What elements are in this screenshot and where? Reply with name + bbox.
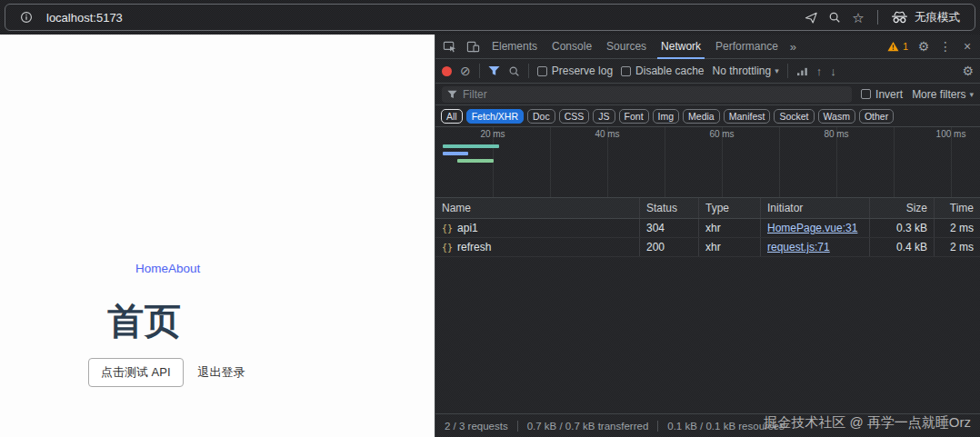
toolbar-divider — [479, 64, 480, 78]
incognito-icon — [891, 11, 908, 24]
request-time: 2 ms — [935, 238, 980, 256]
chip-fetch-xhr[interactable]: Fetch/XHR — [466, 109, 524, 124]
throttling-value: No throttling — [712, 65, 771, 77]
chip-js[interactable]: JS — [593, 109, 615, 124]
chip-wasm[interactable]: Wasm — [818, 109, 855, 124]
chip-socket[interactable]: Socket — [774, 109, 814, 124]
requests-empty-area: 掘金技术社区 @ 再学一点就睡Orz — [435, 257, 980, 413]
chip-img[interactable]: Img — [653, 109, 680, 124]
tab-elements[interactable]: Elements — [485, 35, 545, 59]
table-row[interactable]: {} refresh 200 xhr request.js:71 0.4 kB … — [435, 238, 980, 257]
network-timeline[interactable]: 20 ms 40 ms 60 ms 80 ms 100 ms — [435, 127, 980, 198]
request-type: xhr — [699, 238, 761, 256]
warning-badge[interactable]: 1 — [883, 41, 913, 52]
page-actions: 点击测试 API 退出登录 — [88, 358, 249, 387]
network-conditions-icon[interactable] — [796, 66, 808, 76]
url-text[interactable]: localhost:5173 — [46, 11, 123, 25]
requests-table-header: Name Status Type Initiator Size Time — [435, 198, 980, 219]
tab-performance[interactable]: Performance — [708, 35, 785, 59]
column-header-status[interactable]: Status — [640, 198, 699, 218]
watermark-text: 掘金技术社区 @ 再学一点就睡Orz — [764, 414, 971, 432]
tab-network[interactable]: Network — [654, 35, 708, 59]
logout-button[interactable]: 退出登录 — [195, 359, 249, 386]
chip-font[interactable]: Font — [619, 109, 649, 124]
column-header-type[interactable]: Type — [699, 198, 761, 218]
send-icon[interactable] — [799, 5, 823, 29]
more-tabs-icon[interactable]: » — [785, 40, 801, 54]
column-header-time[interactable]: Time — [935, 198, 980, 218]
chip-manifest[interactable]: Manifest — [724, 109, 771, 124]
chip-media[interactable]: Media — [683, 109, 720, 124]
test-api-button[interactable]: 点击测试 API — [88, 358, 184, 387]
initiator-link[interactable]: HomePage.vue:31 — [767, 222, 857, 234]
browser-toolbar: localhost:5173 ☆ 无痕模式 — [0, 0, 980, 35]
close-devtools-icon[interactable]: × — [956, 35, 978, 59]
incognito-badge: 无痕模式 — [885, 10, 965, 25]
device-toolbar-icon[interactable] — [461, 35, 485, 59]
clear-icon[interactable]: ⊘ — [460, 65, 471, 77]
request-status: 304 — [640, 219, 699, 237]
timeline-label: 60 ms — [709, 129, 734, 139]
export-har-icon[interactable]: ↓ — [830, 65, 836, 78]
record-icon[interactable] — [442, 66, 452, 76]
waterfall-bar — [443, 152, 468, 155]
filter-input[interactable] — [463, 88, 846, 101]
toolbar-divider — [528, 64, 529, 78]
network-toolbar: ⊘ Preserve log Disable cache No throttli… — [435, 59, 980, 84]
waterfall-bar — [443, 144, 499, 148]
disable-cache-checkbox[interactable]: Disable cache — [621, 65, 704, 77]
throttling-select[interactable]: No throttling ▾ — [712, 65, 778, 77]
invert-checkbox[interactable]: Invert — [861, 88, 903, 101]
screen: localhost:5173 ☆ 无痕模式 HomeAbout 首页 点击 — [0, 0, 980, 437]
preserve-log-label: Preserve log — [552, 65, 613, 77]
chip-all[interactable]: All — [441, 109, 463, 124]
toolbar-divider — [787, 64, 788, 78]
more-filters-button[interactable]: More filters ▾ — [912, 88, 974, 101]
nav-link-home[interactable]: Home — [135, 262, 168, 275]
transferred-size: 0.7 kB / 0.7 kB transferred — [527, 421, 649, 432]
warning-triangle-icon — [887, 41, 899, 52]
column-header-size[interactable]: Size — [870, 198, 935, 218]
column-header-name[interactable]: Name — [435, 198, 640, 218]
timeline-gridline — [779, 127, 780, 197]
network-search-icon[interactable] — [508, 65, 520, 77]
chip-css[interactable]: CSS — [559, 109, 590, 124]
network-settings-gear-icon[interactable]: ⚙ — [962, 65, 974, 77]
tab-sources[interactable]: Sources — [599, 35, 654, 59]
bookmark-star-icon[interactable]: ☆ — [846, 5, 870, 29]
chip-other[interactable]: Other — [859, 109, 894, 124]
tab-console[interactable]: Console — [545, 35, 599, 59]
table-row[interactable]: {} api1 304 xhr HomePage.vue:31 0.3 kB 2… — [435, 219, 980, 238]
initiator-link[interactable]: request.js:71 — [767, 241, 830, 253]
checkbox-box — [861, 89, 871, 99]
timeline-label: 100 ms — [936, 129, 966, 139]
omnibox[interactable]: localhost:5173 ☆ 无痕模式 — [5, 4, 975, 31]
column-header-initiator[interactable]: Initiator — [761, 198, 870, 218]
filter-toggle-icon[interactable] — [488, 65, 500, 76]
filter-box[interactable] — [442, 86, 852, 103]
request-name: refresh — [457, 241, 491, 253]
status-divider — [657, 421, 658, 432]
request-name-cell: {} refresh — [435, 238, 640, 256]
funnel-icon — [447, 90, 457, 99]
chip-doc[interactable]: Doc — [527, 109, 555, 124]
devtools-tabbar: Elements Console Sources Network Perform… — [435, 35, 980, 59]
inspect-element-icon[interactable] — [437, 35, 461, 59]
kebab-menu-icon[interactable]: ⋮ — [935, 35, 956, 59]
request-name: api1 — [457, 222, 478, 234]
timeline-gridline — [665, 127, 665, 197]
site-info-icon[interactable] — [15, 5, 38, 29]
braces-icon: {} — [442, 243, 453, 253]
requests-count: 2 / 3 requests — [445, 421, 508, 432]
request-type: xhr — [699, 219, 761, 237]
settings-gear-icon[interactable]: ⚙ — [913, 35, 935, 59]
incognito-label: 无痕模式 — [915, 10, 960, 25]
invert-label: Invert — [875, 88, 903, 101]
waterfall-bar — [457, 159, 494, 163]
request-initiator-cell: request.js:71 — [761, 238, 870, 256]
request-status: 200 — [640, 238, 699, 256]
search-icon[interactable] — [823, 5, 846, 29]
import-har-icon[interactable]: ↑ — [816, 65, 823, 78]
preserve-log-checkbox[interactable]: Preserve log — [537, 65, 613, 77]
nav-link-about[interactable]: About — [168, 262, 200, 275]
